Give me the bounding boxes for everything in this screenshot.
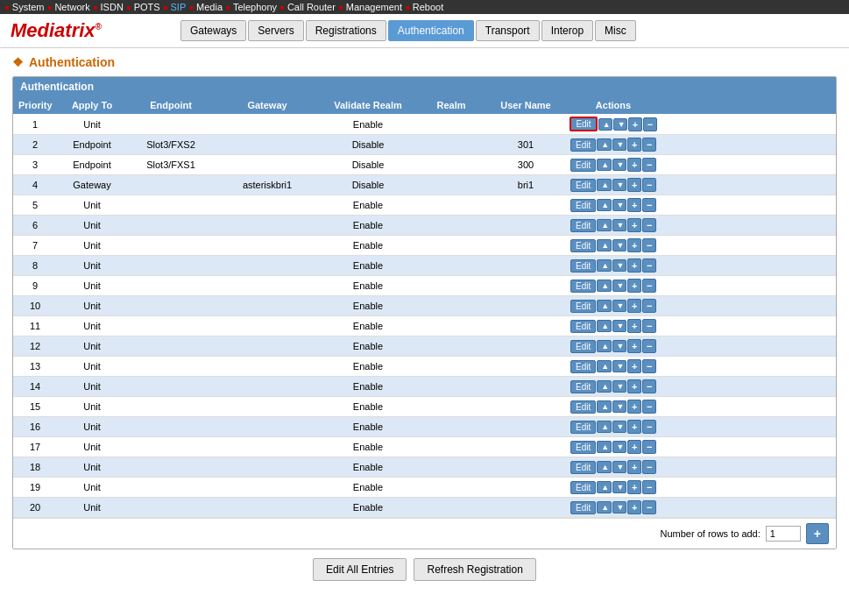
nav-isdn[interactable]: ISDN: [94, 2, 124, 12]
add-row-button[interactable]: +: [627, 178, 641, 192]
edit-button[interactable]: Edit: [570, 159, 596, 172]
remove-row-button[interactable]: −: [642, 460, 656, 474]
add-row-button[interactable]: +: [628, 117, 642, 131]
move-up-button[interactable]: ▲: [597, 179, 611, 191]
move-down-button[interactable]: ▼: [612, 400, 626, 413]
add-row-button[interactable]: +: [627, 420, 641, 434]
add-row-button[interactable]: +: [627, 400, 641, 414]
move-up-button[interactable]: ▲: [597, 159, 611, 171]
move-down-button[interactable]: ▼: [612, 340, 626, 352]
nav-pots[interactable]: POTS: [127, 2, 160, 12]
add-row-button[interactable]: +: [627, 319, 641, 333]
move-up-button[interactable]: ▲: [597, 239, 611, 251]
add-row-button[interactable]: +: [627, 460, 641, 474]
remove-row-button[interactable]: −: [642, 198, 656, 212]
nav-management[interactable]: Management: [339, 2, 402, 12]
tab-misc[interactable]: Misc: [595, 20, 636, 41]
move-up-button[interactable]: ▲: [597, 340, 611, 352]
move-up-button[interactable]: ▲: [597, 441, 611, 453]
move-up-button[interactable]: ▲: [597, 481, 611, 493]
nav-system[interactable]: System: [5, 2, 45, 12]
edit-button[interactable]: Edit: [570, 400, 596, 414]
nav-media[interactable]: Media: [189, 2, 223, 12]
remove-row-button[interactable]: −: [642, 218, 656, 232]
move-up-button[interactable]: ▲: [597, 421, 611, 433]
edit-button[interactable]: Edit: [570, 380, 596, 393]
move-up-button[interactable]: ▲: [597, 380, 611, 393]
remove-row-button[interactable]: −: [642, 440, 656, 454]
move-down-button[interactable]: ▼: [612, 421, 626, 433]
edit-button[interactable]: Edit: [570, 239, 596, 252]
nav-reboot[interactable]: Reboot: [406, 2, 443, 12]
tab-interop[interactable]: Interop: [541, 20, 593, 41]
tab-gateways[interactable]: Gateways: [180, 20, 246, 41]
move-down-button[interactable]: ▼: [612, 138, 626, 151]
tab-transport[interactable]: Transport: [476, 20, 540, 41]
add-row-button[interactable]: +: [627, 379, 641, 393]
move-up-button[interactable]: ▲: [598, 118, 612, 131]
remove-row-button[interactable]: −: [642, 299, 656, 313]
add-row-button[interactable]: +: [627, 359, 641, 373]
move-down-button[interactable]: ▼: [612, 501, 626, 513]
remove-row-button[interactable]: −: [643, 117, 657, 131]
remove-row-button[interactable]: −: [642, 500, 656, 514]
move-down-button[interactable]: ▼: [612, 280, 626, 292]
edit-button[interactable]: Edit: [570, 300, 596, 313]
add-row-button[interactable]: +: [627, 279, 641, 293]
remove-row-button[interactable]: −: [642, 319, 656, 333]
edit-button[interactable]: Edit: [570, 138, 596, 152]
remove-row-button[interactable]: −: [642, 178, 656, 192]
remove-row-button[interactable]: −: [642, 420, 656, 434]
edit-all-button[interactable]: Edit All Entries: [313, 558, 407, 581]
move-up-button[interactable]: ▲: [597, 300, 611, 312]
remove-row-button[interactable]: −: [642, 138, 656, 152]
move-down-button[interactable]: ▼: [612, 300, 626, 312]
tab-registrations[interactable]: Registrations: [306, 20, 386, 41]
move-up-button[interactable]: ▲: [597, 400, 611, 413]
add-row-button[interactable]: +: [627, 299, 641, 313]
add-row-button[interactable]: +: [627, 198, 641, 212]
add-row-button[interactable]: +: [627, 339, 641, 353]
move-down-button[interactable]: ▼: [612, 199, 626, 211]
edit-button[interactable]: Edit: [570, 360, 596, 373]
add-row-button[interactable]: +: [627, 238, 641, 252]
nav-network[interactable]: Network: [48, 2, 90, 12]
refresh-registration-button[interactable]: Refresh Registration: [414, 558, 535, 581]
move-down-button[interactable]: ▼: [612, 380, 626, 393]
edit-button[interactable]: Edit: [570, 481, 596, 494]
move-up-button[interactable]: ▲: [597, 461, 611, 473]
edit-button[interactable]: Edit: [570, 219, 596, 232]
move-up-button[interactable]: ▲: [597, 199, 611, 211]
move-up-button[interactable]: ▲: [597, 138, 611, 151]
move-up-button[interactable]: ▲: [597, 501, 611, 513]
add-rows-input[interactable]: [766, 526, 801, 542]
remove-row-button[interactable]: −: [642, 339, 656, 353]
edit-button[interactable]: Edit: [570, 501, 596, 514]
move-down-button[interactable]: ▼: [612, 159, 626, 171]
move-down-button[interactable]: ▼: [612, 360, 626, 372]
add-row-button[interactable]: +: [627, 440, 641, 454]
tab-servers[interactable]: Servers: [248, 20, 303, 41]
edit-button[interactable]: Edit: [570, 117, 597, 131]
nav-telephony[interactable]: Telephony: [226, 2, 277, 12]
move-up-button[interactable]: ▲: [597, 360, 611, 372]
edit-button[interactable]: Edit: [570, 280, 596, 293]
move-down-button[interactable]: ▼: [613, 118, 627, 131]
remove-row-button[interactable]: −: [642, 279, 656, 293]
move-down-button[interactable]: ▼: [612, 219, 626, 231]
edit-button[interactable]: Edit: [570, 320, 596, 333]
add-row-button[interactable]: +: [627, 138, 641, 152]
remove-row-button[interactable]: −: [642, 480, 656, 494]
move-down-button[interactable]: ▼: [612, 320, 626, 332]
remove-row-button[interactable]: −: [642, 158, 656, 172]
nav-callrouter[interactable]: Call Router: [280, 2, 336, 12]
edit-button[interactable]: Edit: [570, 441, 596, 454]
add-rows-button[interactable]: +: [806, 523, 829, 544]
remove-row-button[interactable]: −: [642, 238, 656, 252]
move-up-button[interactable]: ▲: [597, 219, 611, 231]
add-row-button[interactable]: +: [627, 500, 641, 514]
nav-sip[interactable]: SIP: [164, 2, 187, 12]
add-row-button[interactable]: +: [627, 158, 641, 172]
move-down-button[interactable]: ▼: [612, 441, 626, 453]
move-down-button[interactable]: ▼: [612, 179, 626, 191]
